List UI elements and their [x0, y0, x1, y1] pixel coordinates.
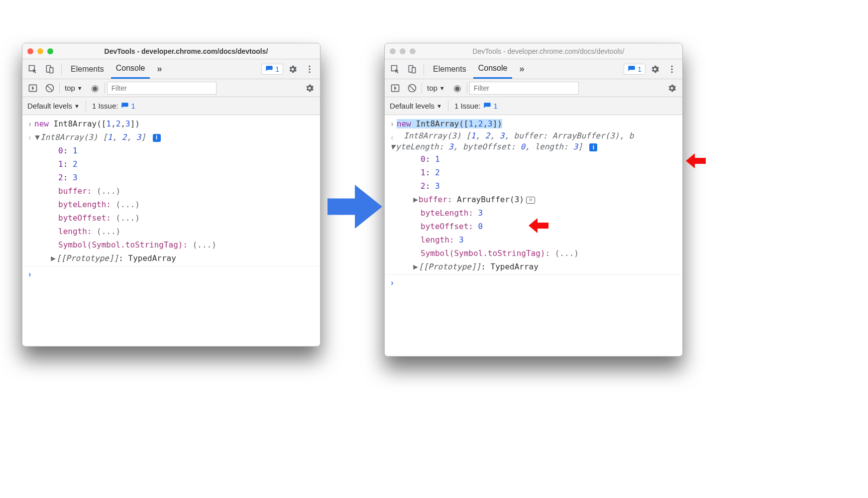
console-prompt-row[interactable]: ›	[22, 267, 320, 281]
prompt-marker-icon: ›	[388, 276, 397, 289]
tab-elements[interactable]: Elements	[428, 59, 471, 79]
prop-row: byteLength: 3	[385, 206, 682, 220]
issues-summary[interactable]: 1 Issue: 1	[92, 102, 135, 110]
expand-toggle[interactable]: ▼	[34, 130, 40, 144]
expand-toggle[interactable]: ▶	[413, 260, 419, 273]
console-toolbar-secondary: Default levels▼ 1 Issue: 1	[385, 97, 682, 115]
console-input-code: new Int8Array([1,2,3])	[397, 117, 679, 130]
svg-rect-8	[412, 67, 416, 73]
prototype-row[interactable]: ▶[[Prototype]]: TypedArray	[385, 260, 682, 273]
tab-elements[interactable]: Elements	[66, 59, 109, 79]
kebab-menu-icon[interactable]	[302, 62, 317, 77]
window-title: DevTools - developer.chrome.com/docs/dev…	[57, 47, 315, 55]
console-prompt-row[interactable]: ›	[385, 276, 682, 289]
info-badge-icon[interactable]: i	[589, 143, 597, 151]
console-output: › new Int8Array([1,2,3]) ‹ Int8Array(3) …	[385, 115, 682, 291]
prop-row[interactable]: buffer: (...)	[22, 184, 320, 198]
expand-toggle[interactable]: ▼	[390, 141, 396, 152]
more-tabs-icon[interactable]: »	[514, 62, 529, 77]
inspect-icon[interactable]	[25, 62, 40, 77]
expand-toggle[interactable]: ▶	[50, 251, 56, 265]
prop-row: Symbol(Symbol.toStringTag): (...)	[22, 238, 320, 251]
console-toolbar-secondary: Default levels▼ 1 Issue: 1	[22, 97, 320, 115]
prop-row: length: 3	[385, 233, 682, 247]
index-row: 2: 3	[22, 171, 320, 184]
traffic-lights[interactable]	[390, 48, 416, 54]
console-input-row: › new Int8Array([1,2,3])	[22, 117, 320, 130]
console-input-row: › new Int8Array([1,2,3])	[385, 117, 682, 130]
svg-point-4	[309, 71, 310, 73]
issues-button[interactable]: 1	[261, 64, 283, 75]
devtools-window-before: DevTools - developer.chrome.com/docs/dev…	[22, 43, 321, 347]
prop-row[interactable]: byteLength: (...)	[22, 198, 320, 211]
annotation-arrow-icon	[529, 218, 548, 233]
console-output-row: ‹ ▼Int8Array(3) [1, 2, 3]Int8Array(3) [1…	[22, 130, 320, 144]
prop-row[interactable]: length: (...)	[22, 225, 320, 238]
sidebar-toggle-icon[interactable]	[388, 81, 403, 96]
tab-console[interactable]: Console	[473, 59, 513, 79]
close-dot[interactable]	[27, 48, 33, 54]
svg-point-3	[309, 68, 310, 70]
index-row: 0: 1	[385, 152, 682, 166]
prompt-marker-icon: ›	[25, 267, 34, 281]
log-levels-selector[interactable]: Default levels▼	[27, 102, 80, 110]
annotation-arrow-icon	[686, 153, 706, 168]
close-dot[interactable]	[390, 48, 396, 54]
filter-input[interactable]	[107, 82, 217, 95]
execution-context-selector[interactable]: top▼	[424, 84, 448, 92]
execution-context-selector[interactable]: top▼	[62, 84, 86, 92]
minimize-dot[interactable]	[400, 48, 406, 54]
live-expression-icon[interactable]: ◉	[88, 81, 103, 96]
console-toolbar: top▼ ◉	[22, 79, 320, 97]
transition-arrow-icon	[327, 184, 382, 229]
devtools-window-after: DevTools - developer.chrome.com/docs/dev…	[384, 43, 683, 357]
more-tabs-icon[interactable]: »	[152, 62, 167, 77]
index-row: 0: 1	[22, 144, 320, 157]
svg-rect-1	[50, 67, 53, 73]
minimize-dot[interactable]	[37, 48, 43, 54]
titlebar: DevTools - developer.chrome.com/docs/dev…	[22, 43, 320, 59]
svg-point-11	[671, 71, 672, 73]
clear-console-icon[interactable]	[42, 81, 57, 96]
issues-summary[interactable]: 1 Issue: 1	[454, 102, 498, 110]
console-toolbar: top▼ ◉	[385, 79, 682, 97]
main-tabs: Elements Console » 1	[22, 59, 320, 79]
device-toggle-icon[interactable]	[405, 62, 420, 77]
main-tabs: Elements Console » 1	[385, 59, 682, 79]
live-expression-icon[interactable]: ◉	[450, 81, 465, 96]
input-marker-icon: ›	[388, 117, 397, 130]
sidebar-toggle-icon[interactable]	[25, 81, 40, 96]
memory-inspector-icon[interactable]: ⁞⁞⁞	[526, 197, 535, 204]
buffer-row[interactable]: ▶buffer: ArrayBuffer(3)⁞⁞⁞	[385, 193, 682, 206]
inspect-icon[interactable]	[388, 62, 403, 77]
issues-button[interactable]: 1	[624, 64, 646, 75]
filter-input[interactable]	[469, 82, 579, 95]
console-settings-icon[interactable]	[302, 81, 317, 96]
svg-point-9	[671, 65, 672, 67]
settings-icon[interactable]	[648, 62, 662, 77]
zoom-dot[interactable]	[47, 48, 53, 54]
device-toggle-icon[interactable]	[42, 62, 57, 77]
svg-point-2	[309, 65, 310, 67]
prop-row[interactable]: byteOffset: (...)	[22, 211, 320, 225]
index-row: 1: 2	[22, 157, 320, 171]
tab-console[interactable]: Console	[111, 59, 150, 79]
settings-icon[interactable]	[285, 62, 300, 77]
prop-row: Symbol(Symbol.toStringTag): (...)	[385, 247, 682, 260]
zoom-dot[interactable]	[410, 48, 416, 54]
window-title: DevTools - developer.chrome.com/docs/dev…	[420, 47, 677, 55]
log-levels-selector[interactable]: Default levels▼	[390, 102, 442, 110]
console-output-row: ‹ Int8Array(3) [1, 2, 3, buffer: ArrayBu…	[385, 130, 682, 152]
info-badge-icon[interactable]: i	[153, 134, 161, 142]
console-settings-icon[interactable]	[664, 81, 679, 96]
console-output: › new Int8Array([1,2,3]) ‹ ▼Int8Array(3)…	[22, 115, 320, 283]
expand-toggle[interactable]: ▶	[413, 193, 419, 206]
console-input-code: new Int8Array([1,2,3])	[34, 117, 317, 130]
issues-count: 1	[638, 65, 642, 73]
titlebar: DevTools - developer.chrome.com/docs/dev…	[385, 43, 682, 59]
traffic-lights[interactable]	[27, 48, 53, 54]
prototype-row[interactable]: ▶[[Prototype]]: TypedArray	[22, 251, 320, 265]
kebab-menu-icon[interactable]	[664, 62, 679, 77]
output-marker-icon: ‹	[25, 130, 34, 144]
clear-console-icon[interactable]	[405, 81, 420, 96]
